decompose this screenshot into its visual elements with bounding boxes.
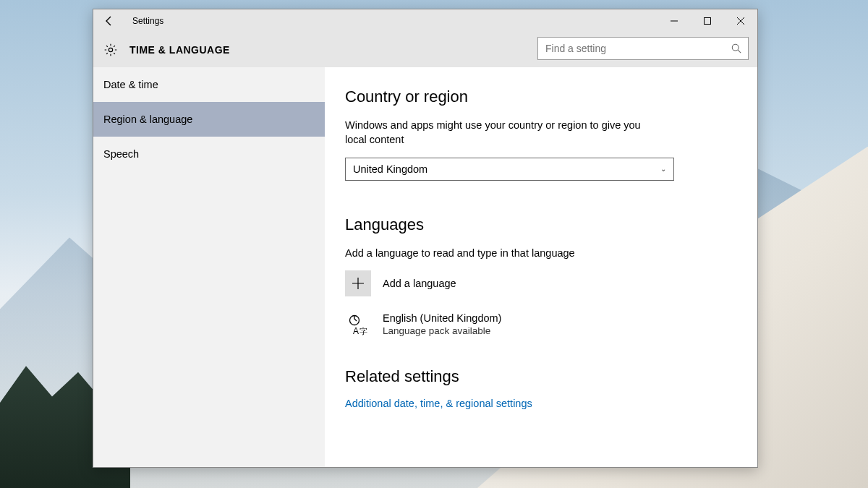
languages-description: Add a language to read and type in that … — [345, 246, 663, 260]
country-dropdown[interactable]: United Kingdom ⌄ — [345, 158, 674, 181]
body: Date & time Region & language Speech Cou… — [93, 67, 757, 467]
language-item[interactable]: A 字 English (United Kingdom) Language pa… — [345, 312, 737, 338]
window-controls — [658, 9, 757, 33]
sidebar-item-date-time[interactable]: Date & time — [93, 67, 325, 102]
sidebar-item-label: Date & time — [103, 79, 158, 90]
svg-text:A: A — [353, 326, 359, 336]
country-selected: United Kingdom — [353, 163, 427, 175]
window-title: Settings — [132, 16, 163, 26]
search-input[interactable] — [538, 43, 725, 54]
languages-heading: Languages — [345, 215, 737, 234]
search-icon — [725, 43, 748, 53]
minimize-icon — [671, 17, 678, 25]
svg-rect-0 — [705, 18, 711, 25]
language-globe-icon: A 字 — [345, 312, 371, 338]
back-arrow-icon — [103, 15, 115, 27]
add-language-button[interactable]: Add a language — [345, 270, 737, 296]
titlebar: Settings — [93, 9, 757, 33]
svg-text:字: 字 — [359, 327, 367, 335]
gear-icon — [103, 43, 118, 57]
sidebar-item-speech[interactable]: Speech — [93, 137, 325, 171]
content: Country or region Windows and apps might… — [325, 67, 757, 467]
related-heading: Related settings — [345, 367, 737, 386]
language-sub: Language pack available — [383, 325, 501, 336]
region-description: Windows and apps might use your country … — [345, 118, 663, 147]
maximize-button[interactable] — [691, 9, 724, 33]
svg-point-1 — [109, 48, 112, 51]
svg-point-2 — [732, 44, 739, 51]
add-language-label: Add a language — [383, 278, 456, 289]
settings-window: Settings TIME & LANGUAGE — [93, 9, 758, 468]
sidebar-item-region-language[interactable]: Region & language — [93, 102, 325, 137]
back-button[interactable] — [93, 9, 125, 33]
sidebar: Date & time Region & language Speech — [93, 67, 325, 467]
close-icon — [737, 17, 744, 25]
additional-settings-link[interactable]: Additional date, time, & regional settin… — [345, 398, 737, 409]
header: TIME & LANGUAGE — [93, 33, 757, 67]
plus-icon — [345, 270, 371, 296]
close-button[interactable] — [724, 9, 757, 33]
search-box[interactable] — [537, 37, 749, 60]
minimize-button[interactable] — [658, 9, 691, 33]
chevron-down-icon: ⌄ — [660, 165, 666, 173]
region-heading: Country or region — [345, 87, 737, 106]
maximize-icon — [704, 17, 711, 25]
sidebar-item-label: Region & language — [103, 114, 192, 125]
page-title: TIME & LANGUAGE — [129, 44, 230, 56]
language-name: English (United Kingdom) — [383, 312, 501, 324]
sidebar-item-label: Speech — [103, 148, 139, 160]
